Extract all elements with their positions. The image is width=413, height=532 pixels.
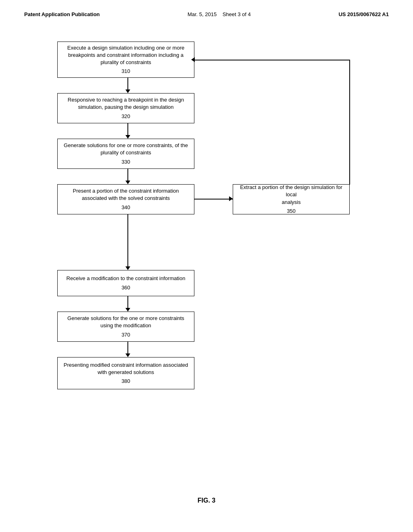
feedback-arrow-head <box>191 57 195 62</box>
box-360-num: 360 <box>121 284 130 291</box>
arrow-370-380 <box>125 342 130 357</box>
arrow-360-370 <box>125 296 130 312</box>
box-350-num: 350 <box>287 208 296 215</box>
arrow-340-350-h <box>194 199 233 200</box>
box-310-num: 310 <box>121 68 130 75</box>
box-360-text: Receive a modification to the constraint… <box>67 275 186 282</box>
box-340-text: Present a portion of the constraint info… <box>73 187 179 202</box>
box-350-text: Extract a portion of the design simulati… <box>238 184 344 206</box>
box-350: Extract a portion of the design simulati… <box>233 184 350 214</box>
box-380-num: 380 <box>121 378 130 385</box>
box-370: Generate solutions for the one or more c… <box>57 312 194 342</box>
arrow-320-330 <box>125 123 130 139</box>
diagram-area: Execute a design simulation including on… <box>33 33 380 489</box>
box-320-num: 320 <box>121 113 130 120</box>
box-380: Presenting modified constraint informati… <box>57 357 194 389</box>
box-380-text: Presenting modified constraint informati… <box>64 362 188 376</box>
box-370-num: 370 <box>121 331 130 339</box>
arrow-310-320 <box>125 78 130 93</box>
box-320: Responsive to reaching a breakpoint in t… <box>57 93 194 123</box>
header-sheet: Sheet 3 of 4 <box>223 11 251 17</box>
header-date: Mar. 5, 2015 <box>188 11 217 17</box>
box-330-num: 330 <box>121 158 130 166</box>
arrow-330-340 <box>125 169 130 184</box>
box-310-text: Execute a design simulation including on… <box>67 44 185 66</box>
box-370-text: Generate solutions for the one or more c… <box>67 315 184 329</box>
box-320-text: Responsive to reaching a breakpoint in t… <box>68 96 184 111</box>
feedback-h1 <box>194 60 350 60</box>
feedback-v1 <box>349 60 350 185</box>
fig-label: FIG. 3 <box>0 497 413 504</box>
header-left: Patent Application Publication <box>24 11 100 17</box>
box-360: Receive a modification to the constraint… <box>57 270 194 296</box>
box-330-text: Generate solutions for one or more const… <box>64 142 188 156</box>
header-center: Mar. 5, 2015 Sheet 3 of 4 <box>188 11 251 17</box>
page-header: Patent Application Publication Mar. 5, 2… <box>0 0 413 17</box>
arrow-340-360 <box>125 214 130 270</box>
box-340-num: 340 <box>121 204 130 211</box>
header-right: US 2015/0067622 A1 <box>338 11 389 17</box>
box-330: Generate solutions for one or more const… <box>57 139 194 169</box>
box-340: Present a portion of the constraint info… <box>57 184 194 214</box>
arrow-340-350-head <box>229 196 233 201</box>
box-310: Execute a design simulation including on… <box>57 42 194 78</box>
